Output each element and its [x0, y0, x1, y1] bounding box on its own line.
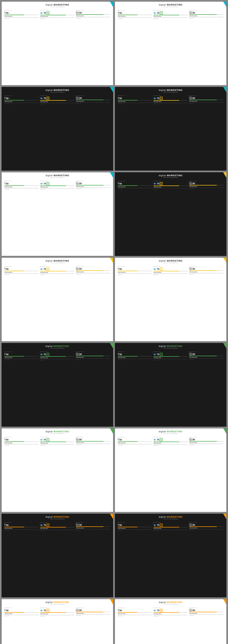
slide-11: digital MARKETING Insert Your Great Subt…	[2, 428, 113, 512]
ms-2-1: MARKETING 1 f 58 kbps Title Goes Here Co…	[117, 10, 153, 19]
slide-8: digital MARKETING Insert Your Great Subt…	[115, 258, 226, 342]
page-num-1: 1	[111, 84, 112, 85]
section-label-1: MARKETING 1	[4, 10, 39, 11]
stat-2: 75	[44, 12, 46, 14]
ms-2-3: MARKETING 3 in 80 Title Goes Here Contra…	[189, 10, 224, 19]
li-icon-3: in	[76, 97, 79, 99]
slide-header-4: digital MARKETING Insert Your Great Subt…	[115, 87, 226, 93]
progress-wrap-3	[76, 14, 110, 15]
slide-4: digital MARKETING Insert Your Great Subt…	[115, 87, 226, 171]
marketing-section-3: MARKETING 3 in 80 Title Goes Here Contra…	[75, 10, 111, 19]
slide-header-2: digital MARKETING Insert Your Great Subt…	[115, 2, 226, 8]
progress-bar-3	[76, 14, 104, 15]
gauge-2: C	[46, 12, 49, 14]
slides-grid: digital MARKETING Insert Your Great Subt…	[0, 0, 228, 644]
brand-1: digital MARKETING	[2, 4, 113, 6]
subtitle-1: Insert Your Great Subtitle Here	[2, 6, 113, 7]
facebook-icon: f	[4, 12, 5, 14]
fb-icon-2: f	[118, 12, 119, 14]
slide-10: digital MARKETING Insert Your Great Subt…	[115, 343, 226, 427]
icon-row-2: 🐦 75 C	[40, 12, 74, 14]
li-icon-2: in	[189, 12, 192, 14]
slide-header-3: digital MARKETING Insert Your Great Subt…	[2, 87, 113, 93]
slide-15: digital MARKETING Insert Your Great Subt…	[2, 599, 113, 644]
progress-wrap-1	[4, 14, 39, 15]
digital-label-2: digital	[159, 4, 167, 6]
marketing-section-2: MARKETING 2 🐦 75 C Title Goes Here Contr…	[40, 10, 75, 19]
section-label-2: MARKETING 2	[40, 10, 74, 11]
stat-sublabel-1: kbps	[9, 12, 11, 13]
body-2: Contrary to popular belief, Maecenas fau…	[40, 17, 74, 19]
slide-content-1: MARKETING 1 f 58 kbps Title Goes Here Co…	[2, 9, 113, 20]
marketing-section-1: MARKETING 1 f 58 kbps Title Goes Here Co…	[4, 10, 40, 19]
ms-2-2: MARKETING 2 🐦 75 C Title Goes Here Contr…	[153, 10, 189, 19]
slide-16: digital MARKETING Insert Your Great Subt…	[115, 599, 226, 644]
slide-3: digital MARKETING Insert Your Great Subt…	[2, 87, 113, 171]
slide-14: digital MARKETING Insert Your Great Subt…	[115, 514, 226, 598]
icon-row-3: in 80	[76, 12, 110, 14]
slide-content-3: MARKETING 1 f 58 kbps Title Goes Here Co…	[2, 94, 113, 105]
title-2: Title Goes Here	[40, 16, 74, 17]
progress-bar-1	[4, 14, 24, 15]
digital-label: digital	[46, 4, 53, 6]
linkedin-icon: in	[76, 12, 79, 14]
title-1: Title Goes Here	[4, 16, 39, 17]
tw-icon-2: 🐦	[154, 12, 156, 14]
body-1: Contrary to popular belief, Maecenas fau…	[4, 17, 39, 19]
marketing-label-2: MARKETING	[167, 4, 182, 6]
stat-1: 58	[6, 12, 8, 14]
progress-wrap-2	[40, 15, 74, 15]
tw-icon-3: 🐦	[40, 97, 43, 100]
slide-6: digital MARKETING Insert Your Great Subt…	[115, 172, 226, 256]
page-num-2: 2	[224, 84, 225, 85]
slide-5: digital MARKETING Insert Your Great Subt…	[2, 172, 113, 256]
section-label-3: MARKETING 3	[76, 10, 110, 11]
body-3: Contrary to popular belief, Maecenas fau…	[76, 16, 110, 18]
slide-content-4: MARKETING 1 f 58 Title Goes Here Contrar…	[115, 94, 226, 105]
slide-header-1: digital MARKETING Insert Your Great Subt…	[2, 2, 113, 8]
slide-1: digital MARKETING Insert Your Great Subt…	[2, 2, 113, 85]
brand-3: digital MARKETING	[2, 89, 113, 92]
fb-icon-3: f	[4, 97, 5, 100]
title-3: Title Goes Here	[76, 15, 110, 16]
slide-9: digital MARKETING Insert Your Great Subt…	[2, 343, 113, 427]
slide-7: digital MARKETING Insert Your Great Subt…	[2, 258, 113, 342]
marketing-label: MARKETING	[54, 4, 69, 6]
twitter-icon: 🐦	[40, 12, 43, 14]
progress-bar-2	[40, 15, 66, 15]
subtitle-2: Insert Your Great Subtitle Here	[115, 6, 226, 7]
icon-row-1: f 58 kbps	[4, 12, 39, 14]
slide-2: digital MARKETING Insert Your Great Subt…	[115, 2, 226, 85]
stat-3: 80	[79, 12, 82, 14]
slide-13: digital MARKETING Insert Your Great Subt…	[2, 514, 113, 598]
slide-12: digital MARKETING Insert Your Great Subt…	[115, 428, 226, 512]
slide-content-2: MARKETING 1 f 58 kbps Title Goes Here Co…	[115, 9, 226, 20]
brand-2: digital MARKETING	[115, 4, 226, 6]
